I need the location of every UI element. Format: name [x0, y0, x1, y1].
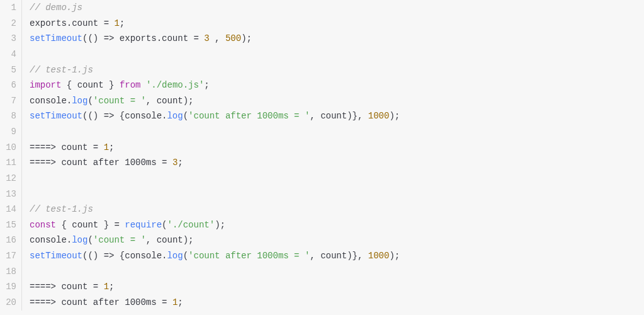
code-lines: // demo.jsexports.count = 1;setTimeout((…: [22, 0, 644, 311]
code-line: console.log('count = ', count);: [30, 232, 644, 248]
code-line: [30, 171, 644, 186]
code-token: );: [183, 96, 194, 106]
code-token: 1: [114, 18, 119, 28]
code-line: setTimeout(() => exports.count = 3 , 500…: [30, 31, 644, 47]
code-token: console: [30, 96, 67, 106]
code-line: ====> count = 1;: [30, 140, 644, 156]
code-token: );: [389, 111, 400, 121]
line-number: 12: [4, 171, 16, 186]
code-token: 1: [104, 142, 109, 152]
code-token: ,: [146, 96, 157, 106]
line-number: 16: [4, 232, 16, 248]
line-number: 5: [4, 62, 16, 78]
code-token: (): [88, 111, 98, 121]
code-token: // test-1.js: [30, 65, 93, 75]
code-line: [30, 264, 644, 280]
code-token: {: [67, 80, 77, 90]
code-token: =: [98, 18, 114, 28]
code-token: count: [320, 111, 347, 121]
line-number: 15: [4, 217, 16, 233]
code-token: ;: [109, 282, 114, 292]
code-token: {: [61, 220, 72, 230]
code-token: );: [389, 251, 400, 261]
code-line: // demo.js: [30, 0, 644, 16]
code-token: );: [241, 33, 252, 43]
code-token: .: [67, 18, 72, 28]
code-token: 1000: [368, 111, 390, 121]
code-token: ;: [178, 297, 183, 307]
code-token: count: [72, 18, 98, 28]
code-token: =: [157, 158, 172, 168]
code-token: ;: [120, 18, 125, 28]
code-token: count: [157, 235, 183, 245]
code-token: // test-1.js: [30, 204, 93, 214]
code-line: setTimeout(() => {console.log('count aft…: [30, 108, 644, 124]
line-number: 13: [4, 186, 16, 202]
code-token: console: [125, 111, 162, 121]
code-token: './demo.js': [146, 80, 204, 90]
code-token: log: [167, 251, 183, 261]
code-token: exports: [120, 33, 157, 43]
line-number: 4: [4, 47, 16, 62]
code-token: ,: [215, 33, 225, 43]
code-token: 1: [104, 282, 109, 292]
code-token: [140, 80, 145, 90]
code-token: ====>: [30, 142, 61, 152]
code-line: ====> count after 1000ms = 1;: [30, 295, 644, 311]
code-token: setTimeout: [30, 33, 82, 43]
code-token: ;: [178, 158, 183, 168]
code-token: (: [88, 235, 93, 245]
code-token: [61, 80, 66, 90]
line-number: 6: [4, 77, 16, 93]
code-token: 'count = ': [93, 96, 146, 106]
code-token: count after 1000ms: [61, 158, 156, 168]
code-token: .: [67, 96, 72, 106]
code-token: 500: [225, 33, 241, 43]
code-token: =>: [98, 33, 120, 43]
code-token: (: [88, 96, 93, 106]
code-token: const: [30, 220, 56, 230]
code-token: setTimeout: [30, 251, 82, 261]
code-token: (: [183, 251, 188, 261]
code-token: console: [30, 235, 67, 245]
line-number: 2: [4, 16, 16, 32]
code-token: =>: [98, 111, 120, 121]
code-token: count: [157, 96, 183, 106]
code-token: {: [120, 251, 125, 261]
line-number: 7: [4, 93, 16, 109]
code-token: );: [183, 235, 194, 245]
line-number: 3: [4, 31, 16, 47]
code-token: (: [162, 220, 167, 230]
line-number: 17: [4, 248, 16, 264]
code-token: =: [88, 282, 103, 292]
code-token: =: [88, 142, 103, 152]
code-token: ,: [358, 251, 368, 261]
code-token: // demo.js: [30, 3, 82, 13]
line-number: 1: [4, 0, 16, 16]
code-token: ====>: [30, 297, 61, 307]
code-line: exports.count = 1;: [30, 16, 644, 32]
line-number: 8: [4, 108, 16, 124]
code-token: count: [61, 142, 88, 152]
code-line: // test-1.js: [30, 62, 644, 78]
code-token: [114, 80, 119, 90]
code-token: }: [104, 80, 115, 90]
code-token: count: [61, 282, 88, 292]
code-token: (: [183, 111, 188, 121]
code-token: )}: [347, 251, 358, 261]
code-token: log: [72, 96, 88, 106]
code-token: 'count after 1000ms = ': [188, 111, 310, 121]
code-line: // test-1.js: [30, 202, 644, 217]
code-token: ,: [310, 251, 320, 261]
code-token: 'count = ': [93, 235, 146, 245]
code-token: './count': [167, 220, 215, 230]
code-token: setTimeout: [30, 111, 82, 121]
code-line: ====> count after 1000ms = 3;: [30, 155, 644, 171]
code-token: count: [72, 220, 98, 230]
code-token: )}: [347, 111, 358, 121]
code-token: 3: [204, 33, 209, 43]
code-token: ====>: [30, 282, 61, 292]
code-token: ,: [310, 111, 320, 121]
code-line: [30, 124, 644, 140]
code-line: import { count } from './demo.js';: [30, 77, 644, 93]
